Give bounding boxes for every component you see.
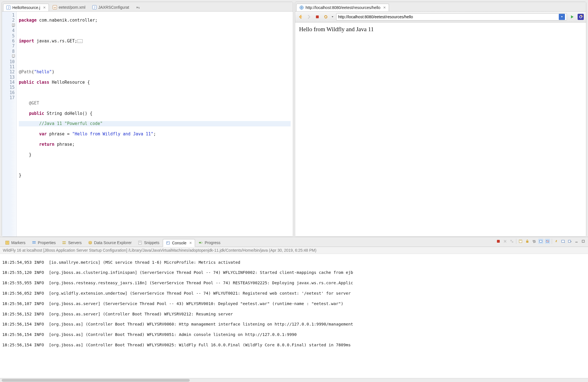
display-selected-button[interactable] — [560, 239, 566, 244]
svg-rect-39 — [526, 241, 528, 243]
code-editor[interactable]: 1 2 3 4 5 6 7 8 9 — [2, 12, 293, 237]
stop-button[interactable] — [314, 14, 320, 20]
tab-helloresource[interactable]: J HelloResource.j ✕ — [3, 4, 49, 11]
scrollbar-thumb[interactable] — [2, 379, 190, 382]
tab-browser[interactable]: http://localhost:8080/eetest/resources/h… — [296, 4, 389, 11]
console-line: 18:25:56,107 INFO [org.jboss.as.server] … — [2, 301, 586, 306]
refresh-button[interactable] — [323, 14, 329, 20]
line-number: 16 — [3, 90, 15, 95]
refresh-dropdown-icon[interactable] — [331, 14, 334, 20]
ide-root: J HelloResource.j ✕ M eetest/pom.xml J J… — [0, 0, 588, 382]
open-console-dropdown[interactable] — [567, 239, 572, 244]
servers-icon — [62, 240, 66, 245]
word-wrap-button[interactable] — [532, 239, 537, 244]
line-gutter: 1 2 3 4 5 6 7 8 9 — [2, 12, 17, 237]
bottom-panel: ! Markers Properties Servers Data Source… — [0, 237, 588, 382]
url-input[interactable] — [338, 15, 558, 19]
back-button[interactable] — [297, 14, 304, 20]
line-number: 11 — [3, 64, 15, 69]
tab-progress[interactable]: Progress — [196, 239, 223, 246]
url-field[interactable] — [336, 13, 567, 21]
console-icon — [166, 241, 170, 245]
svg-rect-17 — [32, 241, 36, 242]
open-external-button[interactable] — [578, 14, 584, 20]
svg-rect-46 — [568, 240, 571, 242]
line-number: 5 — [3, 33, 15, 38]
console-toolbar — [496, 239, 586, 244]
console-output[interactable]: 18:25:54,953 INFO [io.smallrye.metrics] … — [0, 254, 588, 378]
close-icon[interactable]: ✕ — [43, 6, 46, 10]
browser-toolbar — [295, 12, 586, 22]
tab-snippets[interactable]: Snippets — [135, 239, 162, 246]
line-number: 2 — [3, 18, 15, 23]
tab-label: http://localhost:8080/eetest/resources/h… — [306, 5, 380, 10]
close-icon[interactable]: ✕ — [383, 6, 386, 10]
fold-expand-icon[interactable] — [12, 24, 15, 26]
console-line: 18:25:56,154 INFO [org.jboss.as] (Contro… — [2, 332, 586, 337]
java-file-icon: J — [6, 5, 11, 10]
console-header: WildFly 16 at localhost [JBoss Applicati… — [0, 247, 588, 254]
console-line: 18:25:55,955 INFO [org.jboss.resteasy.re… — [2, 280, 586, 285]
line-number: 1 — [3, 13, 15, 18]
show-when-error-button[interactable] — [545, 239, 550, 244]
tab-label: Snippets — [144, 240, 159, 245]
svg-rect-30 — [497, 240, 500, 243]
url-history-dropdown[interactable] — [559, 14, 565, 20]
tab-console[interactable]: Console ✕ — [163, 239, 195, 247]
fold-collapse-icon[interactable] — [12, 54, 15, 57]
tab-label: Markers — [11, 240, 26, 245]
top-split: J HelloResource.j ✕ M eetest/pom.xml J J… — [0, 0, 588, 237]
folded-imports-icon[interactable]: .. — [77, 39, 83, 43]
browser-pane: http://localhost:8080/eetest/resources/h… — [295, 2, 586, 237]
tab-label: JAXRSConfigurat — [98, 5, 129, 10]
pin-console-button[interactable] — [554, 239, 559, 244]
tab-properties[interactable]: Properties — [29, 239, 59, 246]
line-number: 17 — [3, 95, 15, 100]
clear-console-button[interactable] — [518, 239, 523, 244]
line-number: 3 — [3, 23, 15, 28]
scroll-lock-button[interactable] — [525, 239, 530, 244]
svg-rect-20 — [62, 243, 66, 244]
tab-pom[interactable]: M eetest/pom.xml — [49, 3, 89, 11]
remove-all-button[interactable] — [509, 239, 514, 244]
tab-servers[interactable]: Servers — [59, 239, 84, 246]
progress-icon — [198, 240, 203, 245]
snippets-icon — [138, 240, 142, 245]
forward-button[interactable] — [306, 14, 312, 20]
svg-text:J: J — [94, 6, 95, 9]
separator — [516, 239, 516, 244]
tab-datasource[interactable]: Data Source Explorer — [85, 239, 135, 246]
code-area[interactable]: package com.nabenik.controller; import j… — [17, 12, 293, 237]
browser-content: Hello from Wildfly and Java 11 — [295, 22, 586, 237]
svg-text:J: J — [8, 6, 9, 9]
minimize-button[interactable] — [574, 239, 579, 244]
line-number: 7 — [3, 44, 15, 49]
editor-tab-bar: J HelloResource.j ✕ M eetest/pom.xml J J… — [2, 2, 293, 12]
svg-rect-45 — [562, 240, 564, 242]
markers-icon: ! — [5, 240, 10, 245]
horizontal-scrollbar[interactable] — [0, 378, 588, 382]
tab-label: HelloResource.j — [12, 5, 40, 10]
console-line: 18:25:55,120 INFO [org.jboss.as.clusteri… — [2, 270, 586, 275]
line-number: 6 — [3, 38, 15, 44]
line-number: 12 — [3, 69, 15, 74]
tab-markers[interactable]: ! Markers — [2, 239, 28, 246]
line-number: 4 — [3, 28, 15, 33]
terminate-button[interactable] — [496, 239, 501, 244]
tab-label: Data Source Explorer — [94, 240, 132, 245]
line-number: 14 — [3, 80, 15, 85]
tab-jaxrsconfig[interactable]: J JAXRSConfigurat — [89, 3, 132, 11]
svg-rect-41 — [540, 240, 542, 242]
tab-label: Properties — [38, 240, 56, 245]
globe-icon — [299, 5, 304, 10]
console-line: 18:25:54,953 INFO [io.smallrye.metrics] … — [2, 260, 586, 265]
svg-text:M: M — [54, 6, 56, 9]
show-when-output-button[interactable] — [538, 239, 543, 244]
remove-launch-button[interactable] — [503, 239, 508, 244]
line-number: 10 — [3, 59, 15, 64]
close-icon[interactable]: ✕ — [189, 241, 192, 245]
maximize-button[interactable] — [581, 239, 586, 244]
go-button[interactable] — [569, 14, 575, 20]
tab-overflow-button[interactable]: »₁ — [134, 4, 141, 10]
line-number: 9 — [3, 54, 15, 59]
